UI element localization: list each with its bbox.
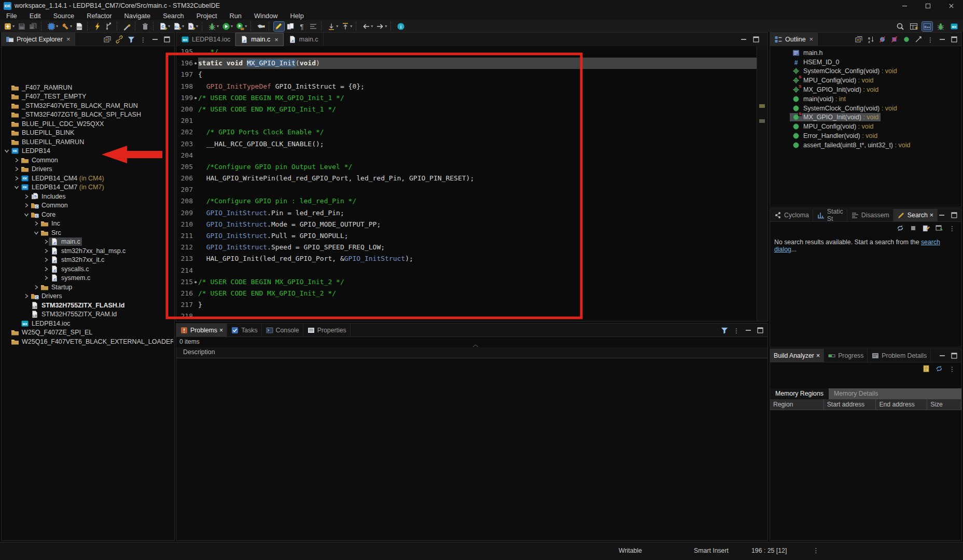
maximize-view-button[interactable] <box>950 211 958 219</box>
chip-button[interactable]: ▾ <box>46 22 59 31</box>
tree-item-Startup[interactable]: Startup <box>3 283 173 292</box>
dropdown-caret-icon[interactable]: ▾ <box>182 24 184 29</box>
dropdown-caret-icon[interactable]: ▾ <box>350 24 352 29</box>
min-button[interactable] <box>744 326 752 334</box>
tree-item-_F407_TEST_EMPTY[interactable]: _F407_TEST_EMPTY <box>3 92 173 102</box>
cpp-perspective-button[interactable]: C++ <box>922 22 932 31</box>
flash-button[interactable] <box>92 22 103 31</box>
column-size[interactable]: Size <box>927 399 961 410</box>
tree-item-_F407_RAMRUN[interactable]: _F407_RAMRUN <box>3 83 173 92</box>
column-region[interactable]: Region <box>770 399 824 410</box>
dropdown-caret-icon[interactable]: ▾ <box>70 24 72 29</box>
chevron-down-icon[interactable] <box>4 148 9 153</box>
tree-item-_STM32F407ZGT6_BLACK_SPI_FLASH[interactable]: _STM32F407ZGT6_BLACK_SPI_FLASH <box>3 110 173 120</box>
line-number[interactable]: 210 <box>176 219 193 230</box>
column-start-address[interactable]: Start address <box>824 399 876 410</box>
view-tab-problem-details[interactable]: Problem Details <box>868 349 931 362</box>
newwiz-button[interactable]: ▾ <box>3 22 16 31</box>
close-window-button[interactable] <box>940 0 963 11</box>
code-editor[interactable]: 195 */196●static void MX_GPIO_Init(void)… <box>176 46 757 321</box>
outline-item-main(void)[interactable]: main(void) : int <box>790 94 961 104</box>
wslines-button[interactable] <box>308 22 318 31</box>
outline-item-Error_Handler(void)[interactable]: Error_Handler(void) : void <box>790 131 961 141</box>
vmenu-button[interactable]: ⋮ <box>948 224 956 232</box>
line-number[interactable]: 200 <box>176 104 193 115</box>
view-tab-build-analyzer[interactable]: Build Analyzer× <box>770 349 824 362</box>
occurrence-marker[interactable] <box>759 104 765 108</box>
dropdown-caret-icon[interactable]: ▾ <box>231 24 233 29</box>
highlighter-button[interactable] <box>274 22 284 31</box>
hidefields-button[interactable] <box>878 35 887 44</box>
sort-button[interactable]: az <box>867 35 875 44</box>
subtab-memory-details[interactable]: Memory Details <box>829 388 883 399</box>
maximize-window-button[interactable] <box>916 0 940 11</box>
tree-item-LEDPB14_CM7[interactable]: IDELEDPB14_CM7 (in CM7) <box>3 183 173 192</box>
tree-item-Core[interactable]: CCore <box>3 210 173 219</box>
outline-item-SystemClock_Config(void)[interactable]: SystemClock_Config(void) : void <box>790 104 961 113</box>
line-number[interactable]: 207 <box>176 184 193 195</box>
refresh2-button[interactable] <box>896 224 904 232</box>
tree-item-W25Q_F407ZE_SPI_EL[interactable]: W25Q_F407ZE_SPI_EL <box>3 328 173 338</box>
chevron-right-icon[interactable] <box>34 221 39 226</box>
line-number[interactable]: 217 <box>176 299 193 311</box>
collapseall-button[interactable] <box>855 35 863 44</box>
dropdown-caret-icon[interactable]: ▾ <box>371 24 373 29</box>
vmenu-button[interactable]: ⋮ <box>926 35 934 44</box>
line-number[interactable]: 215 <box>176 276 193 288</box>
dropdown-caret-icon[interactable]: ▾ <box>385 24 387 29</box>
hidestatic-button[interactable] <box>890 35 899 44</box>
tree-item-BLUE_PILL_CDC_W25QXX[interactable]: BLUE_PILL_CDC_W25QXX <box>3 119 173 129</box>
close-view-icon[interactable]: × <box>810 35 814 43</box>
tree-item-Drivers[interactable]: CDrivers <box>3 292 173 301</box>
stopsq-button[interactable] <box>909 224 917 232</box>
basync-button[interactable] <box>935 365 943 373</box>
tree-item-LEDPB14.ioc[interactable]: MXLEDPB14.ioc <box>3 319 173 328</box>
outline-item-assert_failed(uint8_t*, uint32_t)[interactable]: assert_failed(uint8_t*, uint32_t) : void <box>790 141 961 150</box>
min-button[interactable] <box>938 352 946 360</box>
mx-perspective-button[interactable]: MX <box>949 22 959 31</box>
line-number[interactable]: 203 <box>176 138 193 150</box>
tree-item-LEDPB14[interactable]: IDELEDPB14 <box>3 147 173 156</box>
minimize-view-button[interactable] <box>938 211 946 219</box>
tree-item-Common[interactable]: Common <box>3 156 173 165</box>
line-number[interactable]: 199 <box>176 92 193 104</box>
tree-item-W25Q16_F407VET6_BLACK_EXTERNAL_LOADER[interactable]: W25Q16_F407VET6_BLACK_EXTERNAL_LOADER <box>3 337 173 346</box>
chevron-right-icon[interactable] <box>14 176 19 181</box>
line-number[interactable]: 212 <box>176 242 193 253</box>
tree-item-sysmem.c[interactable]: .csysmem.c <box>3 274 173 283</box>
outline-item-MPU_Config(void)[interactable]: SMPU_Config(void) : void <box>790 76 961 85</box>
vmenu-button[interactable]: ⋮ <box>732 326 741 334</box>
close-view-icon[interactable]: × <box>816 352 820 359</box>
view-tab-progress[interactable]: Progress <box>824 349 868 362</box>
dropdown-caret-icon[interactable]: ▾ <box>196 24 198 29</box>
tree-item-Includes[interactable]: hIncludes <box>3 192 173 201</box>
menu-source[interactable]: Source <box>47 12 81 20</box>
max-button[interactable] <box>950 35 958 44</box>
line-number[interactable]: 209 <box>176 207 193 219</box>
line-number[interactable]: 213 <box>176 253 193 264</box>
back-button[interactable]: ▾ <box>361 22 374 31</box>
tree-item-STM32H755ZITX_FLASH.ld[interactable]: LDSTM32H755ZITX_FLASH.ld <box>3 301 173 310</box>
outline-item-main.h[interactable]: main.h <box>790 48 961 58</box>
view-tab-static-st[interactable]: Static St <box>813 209 847 221</box>
close-view-icon[interactable]: × <box>930 212 933 219</box>
min-button[interactable] <box>938 35 946 44</box>
chevron-right-icon[interactable] <box>44 275 49 281</box>
chevron-right-icon[interactable] <box>24 293 29 299</box>
menu-refactor[interactable]: Refactor <box>80 12 118 20</box>
menu-search[interactable]: Search <box>157 12 190 20</box>
line-number[interactable]: 205 <box>176 161 193 173</box>
min-button[interactable] <box>151 35 159 44</box>
debugbug-perspective-button[interactable] <box>936 22 946 31</box>
linkeditor-button[interactable] <box>115 35 123 44</box>
vmenu-button[interactable]: ⋮ <box>139 35 147 44</box>
view-tab-cycloma[interactable]: Cycloma <box>770 209 813 221</box>
chevron-right-icon[interactable] <box>44 239 49 244</box>
chevron-right-icon[interactable] <box>44 257 49 262</box>
tree-item-main.c[interactable]: .cmain.c <box>3 237 173 247</box>
pagepair-button[interactable] <box>285 22 296 31</box>
menu-project[interactable]: Project <box>190 12 224 20</box>
outline-item-MPU_Config(void)[interactable]: MPU_Config(void) : void <box>790 122 961 131</box>
tab-project-explorer[interactable]: Project Explorer × <box>2 33 75 46</box>
trash-button[interactable] <box>140 22 150 31</box>
